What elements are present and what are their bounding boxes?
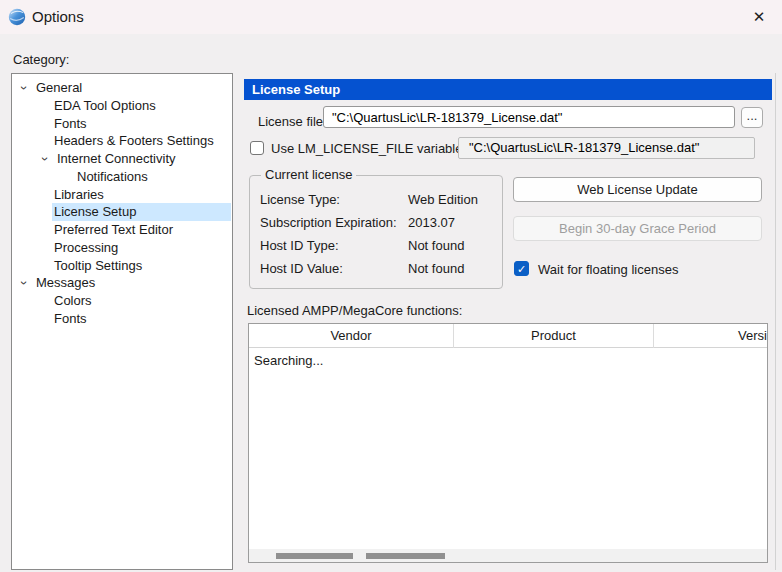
tree-item-label: Headers & Footers Settings (54, 132, 214, 150)
tree-item-label: Fonts (54, 310, 87, 328)
license-info-row: License Type:Web Edition (249, 192, 503, 208)
tree-item-headers-footers-settings[interactable]: Headers & Footers Settings (12, 132, 232, 150)
tree-item-colors[interactable]: Colors (12, 292, 232, 310)
chevron-down-icon[interactable]: › (14, 276, 32, 290)
license-file-input[interactable] (323, 106, 735, 128)
tree-item-eda-tool-options[interactable]: EDA Tool Options (12, 97, 232, 115)
grace-period-button: Begin 30-day Grace Period (513, 216, 762, 241)
tree-item-general[interactable]: ›General (12, 79, 232, 97)
tree-item-fonts[interactable]: Fonts (12, 310, 232, 328)
tree-item-label: Messages (36, 274, 95, 292)
tree-item-preferred-text-editor[interactable]: Preferred Text Editor (12, 221, 232, 239)
license-info-row: Host ID Type:Not found (249, 238, 503, 254)
license-info-label: Subscription Expiration: (260, 215, 397, 231)
tree-item-label: Libraries (54, 186, 104, 204)
h-scrollbar-thumb[interactable] (276, 553, 353, 559)
web-license-update-button[interactable]: Web License Update (513, 177, 762, 202)
license-info-label: Host ID Value: (260, 261, 343, 277)
tree-item-label: Internet Connectivity (57, 150, 176, 168)
licensed-functions-table[interactable]: VendorProductVersi Searching... (248, 323, 768, 563)
license-info-value: 2013.07 (408, 215, 455, 231)
wait-floating-checkbox[interactable]: ✓ (514, 261, 529, 276)
tree-item-processing[interactable]: Processing (12, 239, 232, 257)
license-info-value: Not found (408, 238, 464, 254)
licensed-functions-label: Licensed AMPP/MegaCore functions: (247, 303, 462, 318)
tree-item-label: Notifications (77, 168, 148, 186)
panel-title: License Setup (244, 79, 772, 100)
lm-license-field: "C:\QuartusLic\LR-181379_License.dat" (458, 137, 755, 159)
quartus-app-icon (8, 8, 26, 26)
tree-item-label: Fonts (54, 115, 87, 133)
column-header-product[interactable]: Product (454, 324, 654, 348)
lm-license-checkbox[interactable] (250, 141, 264, 155)
license-info-label: License Type: (260, 192, 340, 208)
license-info-value: Web Edition (408, 192, 478, 208)
tree-item-label: Processing (54, 239, 118, 257)
license-info-value: Not found (408, 261, 464, 277)
horizontal-scrollbar[interactable] (249, 549, 767, 562)
tree-item-fonts[interactable]: Fonts (12, 115, 232, 133)
lm-license-label[interactable]: Use LM_LICENSE_FILE variable: (271, 141, 466, 156)
close-icon[interactable]: ✕ (736, 0, 782, 34)
license-info-row: Host ID Value:Not found (249, 261, 503, 277)
tree-item-tooltip-settings[interactable]: Tooltip Settings (12, 257, 232, 275)
tree-item-label: EDA Tool Options (54, 97, 156, 115)
title-bar: Options ✕ (0, 0, 782, 34)
column-header-versi[interactable]: Versi (654, 324, 767, 348)
check-icon: ✓ (517, 263, 526, 275)
wait-floating-label[interactable]: Wait for floating licenses (538, 262, 678, 277)
tree-item-license-setup[interactable]: License Setup (12, 203, 232, 221)
tree-item-messages[interactable]: ›Messages (12, 274, 232, 292)
category-label: Category: (13, 52, 69, 67)
tree-item-libraries[interactable]: Libraries (12, 186, 232, 204)
chevron-down-icon[interactable]: › (14, 81, 32, 95)
license-info-label: Host ID Type: (260, 238, 339, 254)
window-title: Options (32, 8, 84, 25)
table-header-row: VendorProductVersi (249, 324, 767, 348)
category-tree[interactable]: ›GeneralEDA Tool OptionsFontsHeaders & F… (11, 73, 233, 570)
panel-edge-divider (775, 73, 776, 570)
browse-button[interactable]: ... (741, 107, 763, 128)
current-license-rows: License Type:Web EditionSubscription Exp… (249, 175, 503, 289)
tree-item-label: License Setup (54, 203, 136, 221)
tree-item-label: Colors (54, 292, 92, 310)
search-status-text: Searching... (254, 353, 323, 368)
tree-item-label: General (36, 79, 82, 97)
tree-item-internet-connectivity[interactable]: ›Internet Connectivity (12, 150, 232, 168)
chevron-down-icon[interactable]: › (35, 152, 53, 166)
tree-item-label: Preferred Text Editor (54, 221, 173, 239)
column-header-vendor[interactable]: Vendor (249, 324, 454, 348)
tree-item-notifications[interactable]: Notifications (12, 168, 232, 186)
tree-item-label: Tooltip Settings (54, 257, 142, 275)
h-scrollbar-thumb[interactable] (366, 553, 445, 559)
license-info-row: Subscription Expiration:2013.07 (249, 215, 503, 231)
license-file-label: License file: (258, 114, 327, 129)
